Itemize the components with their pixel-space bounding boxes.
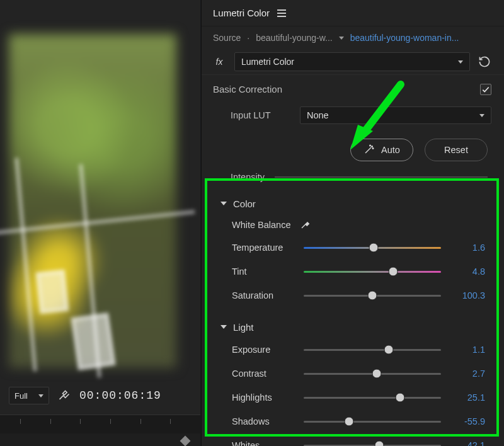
light-whites-row: Whites42.1 xyxy=(202,433,504,446)
slider-label: Contrast xyxy=(232,369,300,379)
preview-scale-dropdown[interactable]: Full xyxy=(9,387,49,404)
color-temperature-row: Temperature1.6 xyxy=(202,236,504,260)
slider-knob-icon[interactable] xyxy=(395,393,404,403)
effect-row: fx Lumetri Color xyxy=(202,49,504,74)
dot-separator: · xyxy=(247,33,249,43)
panel-title[interactable]: Lumetri Color xyxy=(213,8,270,18)
panel-tab-bar: Lumetri Color xyxy=(202,0,504,26)
basic-correction-header[interactable]: Basic Correction xyxy=(202,74,504,103)
preview-pane: Full 00:00:06:19 xyxy=(0,0,200,446)
slider-value[interactable]: 2.7 xyxy=(450,369,485,379)
basic-correction-checkbox[interactable] xyxy=(480,84,491,95)
chevron-down-icon xyxy=(479,114,484,117)
magic-wand-icon xyxy=(364,144,375,157)
white-balance-label: White Balance xyxy=(232,220,291,230)
slider-label: Whites xyxy=(232,440,300,446)
slider-knob-icon[interactable] xyxy=(369,243,379,253)
slider-knob-icon[interactable] xyxy=(368,291,377,300)
source-prefix: Source xyxy=(213,33,241,43)
light-whites-slider[interactable] xyxy=(304,440,441,446)
color-group-header[interactable]: Color xyxy=(202,193,504,214)
slider-value[interactable]: 42.1 xyxy=(450,440,485,446)
triangle-down-icon xyxy=(220,202,227,205)
light-contrast-slider[interactable] xyxy=(304,368,441,379)
lumetri-color-panel: Lumetri Color Source · beautiful-young-w… xyxy=(201,0,504,446)
color-tint-row: Tint4.8 xyxy=(202,260,504,283)
reset-button[interactable]: Reset xyxy=(425,139,488,161)
slider-value[interactable]: 1.1 xyxy=(450,345,485,355)
light-shadows-slider[interactable] xyxy=(304,416,441,427)
white-balance-row: White Balance xyxy=(202,214,504,236)
reset-effect-icon[interactable] xyxy=(476,54,493,70)
preview-decor xyxy=(36,270,69,314)
basic-correction-label: Basic Correction xyxy=(213,84,282,94)
clip-name-link[interactable]: beautiful-young-woman-in... xyxy=(350,33,493,43)
light-shadows-row: Shadows-55.9 xyxy=(202,409,504,433)
light-highlights-row: Highlights25.1 xyxy=(202,386,504,409)
timecode-display[interactable]: 00:00:06:19 xyxy=(79,389,161,402)
slider-value[interactable]: 1.6 xyxy=(450,243,485,253)
color-group: Color White Balance Temperature1.6Tint4.… xyxy=(202,188,504,311)
playhead-strip[interactable] xyxy=(0,433,200,446)
timeline-ruler[interactable] xyxy=(0,415,200,433)
preview-scale-label: Full xyxy=(14,391,28,401)
color-saturation-slider[interactable] xyxy=(304,290,441,301)
chevron-down-icon xyxy=(38,394,43,397)
svg-point-0 xyxy=(372,146,373,147)
color-saturation-row: Saturation100.3 xyxy=(202,283,504,307)
intensity-slider[interactable] xyxy=(275,176,488,178)
light-group-label: Light xyxy=(233,322,254,333)
panel-menu-icon[interactable] xyxy=(277,9,286,17)
slider-value[interactable]: -55.9 xyxy=(450,416,485,426)
input-lut-select[interactable]: None xyxy=(300,106,491,124)
slider-label: Exposure xyxy=(232,345,300,355)
auto-button-label: Auto xyxy=(381,145,400,155)
slider-label: Saturation xyxy=(232,290,300,300)
svg-point-1 xyxy=(372,147,374,149)
triangle-down-icon xyxy=(220,325,227,329)
slider-value[interactable]: 100.3 xyxy=(450,290,485,300)
light-highlights-slider[interactable] xyxy=(304,392,441,403)
intensity-label: Intensity xyxy=(231,172,265,182)
light-exposure-slider[interactable] xyxy=(304,344,441,355)
reset-button-label: Reset xyxy=(444,145,468,155)
slider-label: Highlights xyxy=(232,392,300,403)
slider-value[interactable]: 4.8 xyxy=(450,266,485,277)
playhead-handle-icon[interactable] xyxy=(180,436,191,446)
slider-label: Shadows xyxy=(232,416,300,426)
color-temperature-slider[interactable] xyxy=(304,242,441,253)
fx-badge-icon[interactable]: fx xyxy=(210,57,228,67)
slider-knob-icon[interactable] xyxy=(372,369,381,379)
input-lut-label: Input LUT xyxy=(231,110,300,120)
light-group: Light Exposure1.1Contrast2.7Highlights25… xyxy=(202,311,504,446)
effect-select[interactable]: Lumetri Color xyxy=(234,52,470,71)
light-group-header[interactable]: Light xyxy=(202,316,504,338)
color-tint-slider[interactable] xyxy=(304,266,441,277)
svg-point-2 xyxy=(370,145,371,146)
slider-knob-icon[interactable] xyxy=(374,441,384,447)
auto-reset-row: Auto Reset xyxy=(202,127,504,166)
source-name[interactable]: beautiful-young-w... xyxy=(256,33,332,43)
color-group-label: Color xyxy=(233,198,256,209)
intensity-row: Intensity xyxy=(202,166,504,188)
source-row: Source · beautiful-young-w... beautiful-… xyxy=(202,26,504,49)
chevron-down-icon[interactable] xyxy=(339,37,344,40)
preview-controls: Full 00:00:06:19 xyxy=(0,382,200,409)
preview-decor xyxy=(71,312,115,370)
light-exposure-row: Exposure1.1 xyxy=(202,338,504,362)
slider-knob-icon[interactable] xyxy=(344,417,353,426)
slider-value[interactable]: 25.1 xyxy=(450,392,485,403)
slider-knob-icon[interactable] xyxy=(384,345,394,355)
auto-button[interactable]: Auto xyxy=(350,139,413,161)
slider-label: Tint xyxy=(232,266,300,277)
input-lut-row: Input LUT None xyxy=(202,103,504,127)
effect-select-value: Lumetri Color xyxy=(241,57,294,67)
light-contrast-row: Contrast2.7 xyxy=(202,362,504,386)
eyedropper-icon[interactable] xyxy=(300,219,311,232)
slider-label: Temperature xyxy=(232,243,300,253)
settings-wrench-icon[interactable] xyxy=(58,389,71,402)
slider-knob-icon[interactable] xyxy=(388,267,398,277)
chevron-down-icon xyxy=(458,60,463,64)
input-lut-value: None xyxy=(307,110,329,120)
